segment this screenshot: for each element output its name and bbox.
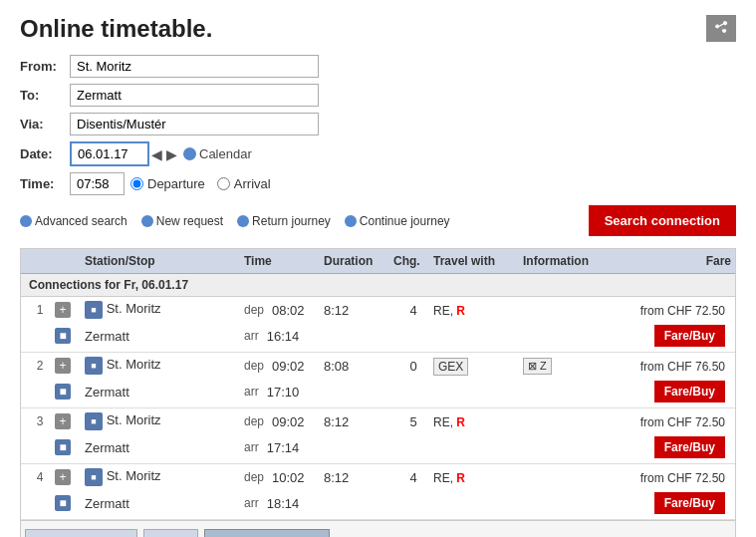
new-request-link[interactable]: New request — [141, 214, 223, 228]
continue-journey-link[interactable]: Continue journey — [345, 214, 450, 228]
station-icon: ■ — [85, 412, 103, 430]
search-form: From: To: Via: Date: ◀ ▶ Calendar Time: — [20, 55, 736, 195]
row-number: 3 — [25, 414, 55, 428]
date-input[interactable] — [70, 141, 149, 166]
calendar-icon — [183, 147, 196, 160]
action-links-row: Advanced search New request Return journ… — [20, 205, 736, 236]
share-button[interactable] — [706, 15, 736, 42]
connection-to-row: ■ Zermatt arr 17:10 Fare/Buy — [21, 379, 735, 407]
time-row: Time: Departure Arrival — [20, 172, 736, 195]
col-fare: Fare — [613, 254, 731, 268]
search-connection-button[interactable]: Search connection — [589, 205, 736, 236]
departure-radio[interactable] — [130, 177, 143, 190]
arrival-radio-label[interactable]: Arrival — [217, 176, 271, 191]
expand-button[interactable]: + — [55, 469, 71, 485]
fare-buy-button[interactable]: Fare/Buy — [654, 492, 725, 514]
col-station: Station/Stop — [85, 254, 244, 268]
expand-button-2[interactable]: ■ — [55, 439, 71, 455]
time-input[interactable] — [70, 172, 125, 195]
connection-to-row: ■ Zermatt arr 16:14 Fare/Buy — [21, 323, 735, 352]
expand-button-2[interactable]: ■ — [55, 384, 71, 400]
share-icon — [714, 20, 728, 34]
table-row: 2 + ■ St. Moritz dep 09:02 8:08 0 GEX ⊠ … — [21, 353, 735, 408]
station-icon: ■ — [85, 357, 103, 375]
from-input[interactable] — [70, 55, 319, 78]
expand-button[interactable]: + — [55, 413, 71, 429]
via-input[interactable] — [70, 113, 319, 135]
page-title: Online timetable. — [20, 15, 212, 43]
row-number: 2 — [25, 359, 55, 373]
to-input[interactable] — [70, 84, 319, 107]
return-journey-link[interactable]: Return journey — [237, 214, 331, 228]
row-number: 4 — [25, 470, 55, 484]
expand-button[interactable]: + — [55, 302, 71, 318]
table-header-row: Station/Stop Time Duration Chg. Travel w… — [21, 249, 735, 274]
via-label: Via: — [20, 117, 70, 132]
station-icon: ■ — [85, 468, 103, 486]
via-row: Via: — [20, 113, 736, 135]
arrival-radio[interactable] — [217, 177, 230, 190]
date-label: Date: — [20, 146, 70, 161]
row-number: 1 — [25, 303, 55, 317]
time-label: Time: — [20, 176, 70, 191]
show-all-details-button[interactable]: Show all details — [25, 529, 137, 537]
connection-from-row: 2 + ■ St. Moritz dep 09:02 8:08 0 GEX ⊠ … — [21, 353, 735, 379]
connection-from-row: 1 + ■ St. Moritz dep 08:02 8:12 4 RE, R … — [21, 297, 735, 323]
advanced-search-link[interactable]: Advanced search — [20, 214, 127, 228]
station-icon: ■ — [85, 301, 103, 319]
from-row: From: — [20, 55, 736, 78]
time-radio-group: Departure Arrival — [130, 176, 271, 191]
bottom-actions-row: Show all details Print Timetable Booklet — [21, 520, 735, 537]
departure-radio-label[interactable]: Departure — [130, 176, 205, 191]
connection-to-row: ■ Zermatt arr 17:14 Fare/Buy — [21, 434, 735, 463]
expand-button-2[interactable]: ■ — [55, 328, 71, 344]
to-row: To: — [20, 84, 736, 107]
table-row: 4 + ■ St. Moritz dep 10:02 8:12 4 RE, R … — [21, 464, 735, 520]
calendar-link[interactable]: Calendar — [183, 146, 252, 161]
return-journey-icon — [237, 215, 249, 227]
table-row: 1 + ■ St. Moritz dep 08:02 8:12 4 RE, R … — [21, 297, 735, 353]
date-prev-button[interactable]: ◀ — [149, 146, 164, 162]
new-request-icon — [141, 215, 153, 227]
date-next-button[interactable]: ▶ — [164, 146, 179, 162]
advanced-search-icon — [20, 215, 32, 227]
table-row: 3 + ■ St. Moritz dep 09:02 8:12 5 RE, R … — [21, 408, 735, 464]
connection-to-row: ■ Zermatt arr 18:14 Fare/Buy — [21, 490, 735, 519]
date-row: Date: ◀ ▶ Calendar — [20, 141, 736, 166]
results-table: Station/Stop Time Duration Chg. Travel w… — [20, 248, 736, 537]
col-chg: Chg. — [393, 254, 433, 268]
page-header: Online timetable. — [20, 15, 736, 43]
col-time: Time — [244, 254, 324, 268]
expand-button[interactable]: + — [55, 358, 71, 374]
to-label: To: — [20, 88, 70, 103]
fare-buy-button[interactable]: Fare/Buy — [654, 436, 725, 458]
continue-journey-icon — [345, 215, 357, 227]
fare-buy-button[interactable]: Fare/Buy — [654, 325, 725, 347]
col-info: Information — [523, 254, 613, 268]
fare-buy-button[interactable]: Fare/Buy — [654, 381, 725, 403]
info-badge: ⊠ Z — [523, 358, 552, 375]
col-duration: Duration — [324, 254, 393, 268]
timetable-booklet-button[interactable]: Timetable Booklet — [204, 529, 330, 537]
connection-from-row: 3 + ■ St. Moritz dep 09:02 8:12 5 RE, R … — [21, 408, 735, 434]
connections-date-label: Connections for Fr, 06.01.17 — [21, 274, 735, 297]
expand-button-2[interactable]: ■ — [55, 495, 71, 511]
col-travel: Travel with — [433, 254, 523, 268]
connection-from-row: 4 + ■ St. Moritz dep 10:02 8:12 4 RE, R … — [21, 464, 735, 490]
print-button[interactable]: Print — [143, 529, 198, 537]
from-label: From: — [20, 59, 70, 74]
